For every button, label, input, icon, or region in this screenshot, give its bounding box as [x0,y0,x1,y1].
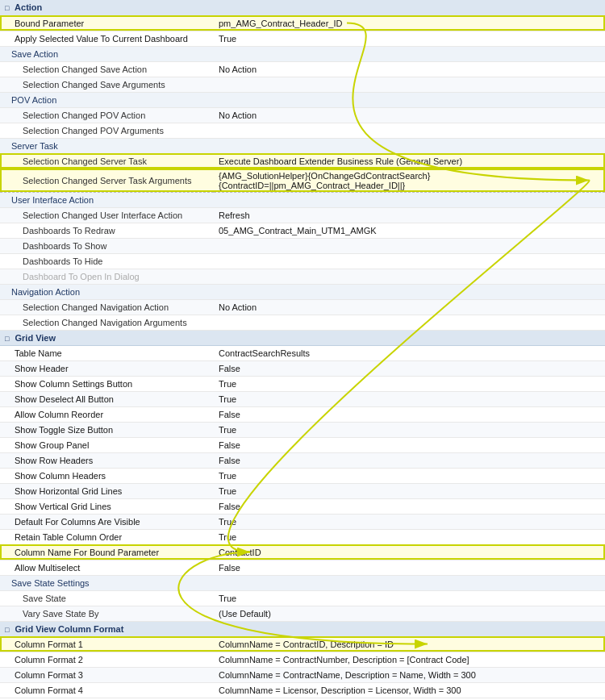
prop-row-selection-changed-server-task-args[interactable]: Selection Changed Server Task Arguments … [0,169,605,192]
prop-value-cell[interactable]: True [214,590,605,606]
prop-row-default-columns-visible[interactable]: Default For Columns Are Visible True [0,514,605,529]
prop-name-cell: Column Format 1 [0,636,214,652]
prop-row-show-deselect-all-button[interactable]: Show Deselect All Button True [0,391,605,406]
prop-row-apply-selected-value[interactable]: Apply Selected Value To Current Dashboar… [0,31,605,46]
prop-value-cell[interactable]: False [214,437,605,452]
prop-value-cell[interactable]: ColumnName = ContractID, Description = I… [214,636,605,652]
prop-name-text: Selection Changed POV Arguments [23,126,164,135]
prop-name-text: Show Vertical Grid Lines [15,502,111,511]
prop-value-text: ContractSearchResults [219,348,310,358]
prop-row-selection-changed-nav[interactable]: Selection Changed Navigation Action No A… [0,299,605,315]
prop-row-retain-table-column-order[interactable]: Retain Table Column Order True [0,529,605,544]
prop-value-cell[interactable]: ColumnName = ContractName, Description =… [214,667,605,682]
prop-row-bound-parameter[interactable]: Bound Parameter pm_AMG_Contract_Header_I… [0,15,605,31]
section-header-action[interactable]: □ Action [0,0,605,15]
prop-row-show-column-settings-button[interactable]: Show Column Settings Button True [0,376,605,391]
collapse-icon: □ [5,626,9,634]
prop-value-text: ColumnName = ContractID, Description = I… [219,640,394,649]
prop-row-show-column-headers[interactable]: Show Column Headers True [0,468,605,483]
prop-name-text: Show Deselect All Button [15,394,114,404]
prop-row-show-vertical-grid-lines[interactable]: Show Vertical Grid Lines False [0,498,605,514]
prop-value-cell[interactable]: (Use Default) [214,606,605,621]
prop-row-show-horizontal-grid-lines[interactable]: Show Horizontal Grid Lines True [0,483,605,498]
prop-row-allow-multiselect[interactable]: Allow Multiselect False [0,560,605,575]
prop-value-cell[interactable] [214,269,605,284]
prop-value-cell[interactable]: Execute Dashboard Extender Business Rule… [214,153,605,169]
prop-row-selection-changed-save-args[interactable]: Selection Changed Save Arguments [0,77,605,92]
prop-value-cell[interactable] [214,238,605,253]
prop-value-cell[interactable]: ColumnName = Licensor, Description = Lic… [214,682,605,698]
section-header-grid-view[interactable]: □ Grid View [0,330,605,345]
prop-value-cell[interactable]: False [214,452,605,468]
prop-row-dashboards-to-redraw[interactable]: Dashboards To Redraw 05_AMG_Contract_Mai… [0,223,605,238]
prop-row-column-name-bound-param[interactable]: Column Name For Bound Parameter Contract… [0,544,605,560]
prop-row-save-state[interactable]: Save State True [0,590,605,606]
prop-row-show-header[interactable]: Show Header False [0,360,605,376]
prop-row-dashboards-to-show[interactable]: Dashboards To Show [0,238,605,253]
prop-value-cell[interactable]: ContractSearchResults [214,345,605,360]
prop-row-selection-changed-nav-args[interactable]: Selection Changed Navigation Arguments [0,315,605,330]
prop-name-cell: Selection Changed POV Action [0,107,214,123]
prop-value-cell[interactable]: No Action [214,299,605,315]
prop-row-vary-save-state-by[interactable]: Vary Save State By (Use Default) [0,606,605,621]
prop-name-text: Show Row Headers [15,456,93,465]
prop-value-cell[interactable]: ColumnName = ContractNumber, Description… [214,652,605,667]
prop-value-text: ContractID [219,548,261,557]
prop-row-column-format-3[interactable]: Column Format 3 ColumnName = ContractNam… [0,667,605,682]
prop-name-text: Selection Changed Server Task [23,156,147,166]
prop-value-cell[interactable]: True [214,31,605,46]
prop-value-cell[interactable]: True [214,483,605,498]
prop-value-cell[interactable]: True [214,422,605,437]
section-header-grid-view-column-format[interactable]: □ Grid View Column Format [0,621,605,636]
prop-row-column-format-1[interactable]: Column Format 1 ColumnName = ContractID,… [0,636,605,652]
prop-value-cell[interactable]: True [214,514,605,529]
section-label: Grid View Column Format [15,624,124,634]
prop-row-selection-changed-pov[interactable]: Selection Changed POV Action No Action [0,107,605,123]
prop-row-selection-changed-save[interactable]: Selection Changed Save Action No Action [0,61,605,77]
prop-value-cell[interactable]: {AMG_SolutionHelper}{OnChangeGdContractS… [214,169,605,192]
section-label: Action [15,2,42,12]
prop-name-text: Selection Changed Server Task Arguments [23,176,192,185]
prop-value-cell[interactable] [214,315,605,330]
prop-value-cell[interactable] [214,77,605,92]
prop-value-cell[interactable]: True [214,529,605,544]
prop-row-show-toggle-size-button[interactable]: Show Toggle Size Button True [0,422,605,437]
prop-value-cell[interactable]: True [214,468,605,483]
prop-row-selection-changed-ui[interactable]: Selection Changed User Interface Action … [0,207,605,223]
prop-row-dashboards-to-hide[interactable]: Dashboards To Hide [0,253,605,269]
prop-row-allow-column-reorder[interactable]: Allow Column Reorder False [0,406,605,422]
prop-name-text: Show Toggle Size Button [15,425,113,435]
prop-value-cell[interactable] [214,123,605,138]
prop-row-column-format-4[interactable]: Column Format 4 ColumnName = Licensor, D… [0,682,605,698]
prop-value-cell[interactable]: False [214,498,605,514]
prop-value-cell[interactable]: True [214,376,605,391]
prop-value-text: False [219,563,240,573]
prop-value-cell[interactable]: No Action [214,107,605,123]
prop-value-cell[interactable]: False [214,360,605,376]
prop-row-dashboard-open-dialog[interactable]: Dashboard To Open In Dialog [0,269,605,284]
prop-row-show-row-headers[interactable]: Show Row Headers False [0,452,605,468]
prop-value-cell[interactable]: 05_AMG_Contract_Main_UTM1_AMGK [214,223,605,238]
prop-row-table-name[interactable]: Table Name ContractSearchResults [0,345,605,360]
prop-value-cell[interactable]: False [214,406,605,422]
prop-value-text: pm_AMG_Contract_Header_ID [219,19,342,28]
prop-value-cell[interactable]: True [214,391,605,406]
prop-value-cell[interactable]: pm_AMG_Contract_Header_ID [214,15,605,31]
prop-name-text: Dashboards To Redraw [23,226,115,235]
prop-value-cell[interactable]: ContractID [214,544,605,560]
prop-row-column-format-2[interactable]: Column Format 2 ColumnName = ContractNum… [0,652,605,667]
prop-value-text: True [219,394,236,404]
prop-value-text: No Action [219,110,257,120]
prop-value-cell[interactable] [214,253,605,269]
prop-name-text: Show Group Panel [15,440,89,450]
subsection-label: Server Task [11,141,58,151]
prop-value-cell[interactable]: False [214,560,605,575]
prop-name-cell: Show Header [0,360,214,376]
prop-row-show-group-panel[interactable]: Show Group Panel False [0,437,605,452]
prop-row-selection-changed-server-task[interactable]: Selection Changed Server Task Execute Da… [0,153,605,169]
subsection-label: Save State Settings [11,578,90,588]
prop-value-text: True [219,486,236,496]
prop-row-selection-changed-pov-args[interactable]: Selection Changed POV Arguments [0,123,605,138]
prop-value-cell[interactable]: No Action [214,61,605,77]
prop-value-cell[interactable]: Refresh [214,207,605,223]
